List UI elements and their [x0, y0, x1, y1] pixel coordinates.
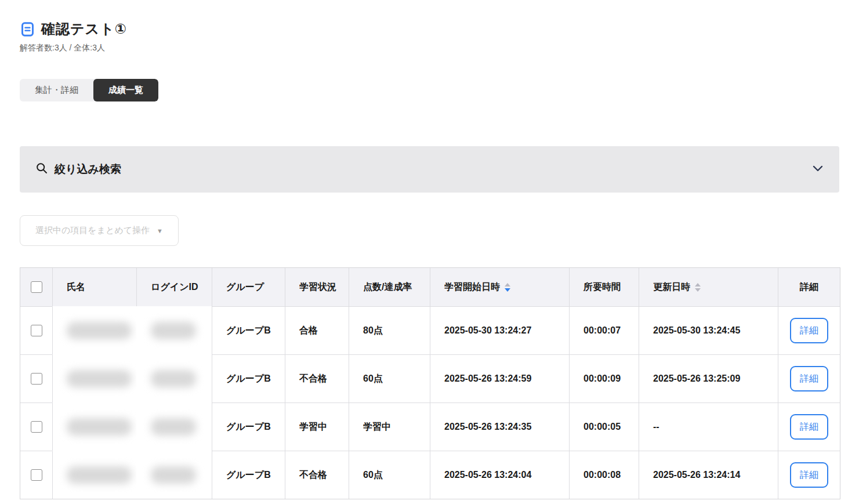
page-title: 確認テスト① — [41, 20, 127, 38]
table-row: グループB 学習中 学習中 2025-05-26 13:24:35 00:00:… — [20, 403, 840, 451]
row-select-cell — [20, 403, 52, 451]
status-cell: 学習中 — [285, 403, 349, 451]
login-id-cell-redacted — [136, 451, 212, 499]
redacted-id-blob — [151, 370, 196, 387]
row-select-cell — [20, 354, 52, 403]
redacted-name-blob — [67, 466, 132, 484]
column-login-id: ログインID — [136, 268, 212, 306]
status-cell: 不合格 — [285, 451, 349, 499]
header-row: 氏名 ログインID グループ 学習状況 点数/達成率 学習開始日時 所要時間 更… — [20, 268, 840, 306]
bulk-action-row: 選択中の項目をまとめて操作 ▼ — [20, 193, 839, 246]
detail-cell: 詳細 — [778, 403, 840, 451]
name-cell-redacted — [52, 403, 136, 451]
redacted-id-blob — [151, 418, 196, 436]
column-start-datetime[interactable]: 学習開始日時 — [430, 268, 569, 306]
detail-button[interactable]: 詳細 — [790, 366, 828, 391]
detail-button[interactable]: 詳細 — [790, 462, 828, 488]
name-cell-redacted — [52, 451, 136, 499]
group-cell: グループB — [212, 451, 285, 499]
duration-cell: 00:00:05 — [569, 403, 639, 451]
column-name: 氏名 — [52, 268, 136, 306]
redacted-name-blob — [67, 418, 132, 436]
detail-button[interactable]: 詳細 — [790, 318, 828, 343]
duration-cell: 00:00:08 — [569, 451, 639, 499]
table-header: 氏名 ログインID グループ 学習状況 点数/達成率 学習開始日時 所要時間 更… — [20, 268, 840, 306]
row-checkbox[interactable] — [31, 469, 42, 481]
status-cell: 合格 — [285, 306, 349, 354]
row-select-cell — [20, 451, 52, 499]
sort-icon-updated[interactable] — [695, 283, 701, 292]
start-datetime-cell: 2025-05-26 13:24:04 — [430, 451, 569, 499]
column-score: 点数/達成率 — [349, 268, 430, 306]
detail-cell: 詳細 — [778, 354, 840, 403]
table-row: グループB 合格 80点 2025-05-30 13:24:27 00:00:0… — [20, 306, 840, 354]
column-detail: 詳細 — [778, 268, 840, 306]
row-checkbox[interactable] — [31, 373, 42, 385]
updated-datetime-cell: 2025-05-26 13:25:09 — [639, 354, 778, 403]
column-duration: 所要時間 — [569, 268, 639, 306]
redacted-id-blob — [151, 322, 196, 339]
redacted-id-blob — [151, 466, 196, 484]
tab-aggregate-detail[interactable]: 集計・詳細 — [20, 79, 93, 101]
select-all-checkbox[interactable] — [31, 281, 42, 293]
detail-cell: 詳細 — [778, 451, 840, 499]
table-row: グループB 不合格 60点 2025-05-26 13:24:04 00:00:… — [20, 451, 840, 499]
start-datetime-cell: 2025-05-30 13:24:27 — [430, 306, 569, 354]
group-cell: グループB — [212, 306, 285, 354]
score-cell: 60点 — [349, 354, 430, 403]
column-updated-datetime[interactable]: 更新日時 — [639, 268, 778, 306]
document-icon — [20, 21, 35, 37]
group-cell: グループB — [212, 354, 285, 403]
detail-button[interactable]: 詳細 — [790, 414, 828, 440]
updated-datetime-cell: 2025-05-30 13:24:45 — [639, 306, 778, 354]
page-header: 確認テスト① — [20, 20, 839, 38]
score-cell: 60点 — [349, 451, 430, 499]
bulk-action-button[interactable]: 選択中の項目をまとめて操作 ▼ — [20, 215, 179, 246]
updated-datetime-cell: -- — [639, 403, 778, 451]
chevron-down-icon[interactable] — [813, 164, 823, 175]
duration-cell: 00:00:09 — [569, 354, 639, 403]
tab-grade-list[interactable]: 成績一覧 — [93, 79, 158, 101]
row-select-cell — [20, 306, 52, 354]
updated-datetime-cell: 2025-05-26 13:24:14 — [639, 451, 778, 499]
filter-search-label: 絞り込み検索 — [55, 162, 121, 177]
name-cell-redacted — [52, 354, 136, 403]
redacted-name-blob — [67, 370, 132, 387]
sort-icon-start-desc[interactable] — [505, 283, 510, 292]
row-checkbox[interactable] — [31, 325, 42, 336]
filter-search-accordion[interactable]: 絞り込み検索 — [20, 146, 839, 193]
tab-bar: 集計・詳細 成績一覧 — [20, 79, 158, 101]
detail-cell: 詳細 — [778, 306, 840, 354]
login-id-cell-redacted — [136, 403, 212, 451]
login-id-cell-redacted — [136, 354, 212, 403]
status-cell: 不合格 — [285, 354, 349, 403]
row-checkbox[interactable] — [31, 421, 42, 433]
start-datetime-cell: 2025-05-26 13:24:35 — [430, 403, 569, 451]
caret-down-icon: ▼ — [157, 227, 163, 234]
column-status: 学習状況 — [285, 268, 349, 306]
search-icon — [36, 162, 48, 176]
column-group: グループ — [212, 268, 285, 306]
duration-cell: 00:00:07 — [569, 306, 639, 354]
redacted-name-blob — [67, 322, 132, 339]
results-table: 氏名 ログインID グループ 学習状況 点数/達成率 学習開始日時 所要時間 更… — [20, 267, 840, 499]
bulk-action-label: 選択中の項目をまとめて操作 — [35, 225, 150, 236]
group-cell: グループB — [212, 403, 285, 451]
login-id-cell-redacted — [136, 306, 212, 354]
start-datetime-cell: 2025-05-26 13:24:59 — [430, 354, 569, 403]
table-row: グループB 不合格 60点 2025-05-26 13:24:59 00:00:… — [20, 354, 840, 403]
table-body: グループB 合格 80点 2025-05-30 13:24:27 00:00:0… — [20, 306, 840, 499]
select-all-cell — [20, 268, 52, 306]
score-cell: 80点 — [349, 306, 430, 354]
column-updated-datetime-label: 更新日時 — [653, 282, 690, 292]
name-cell-redacted — [52, 306, 136, 354]
respondent-summary: 解答者数:3人 / 全体:3人 — [20, 43, 839, 53]
score-cell: 学習中 — [349, 403, 430, 451]
column-start-datetime-label: 学習開始日時 — [444, 282, 500, 292]
page: 確認テスト① 解答者数:3人 / 全体:3人 集計・詳細 成績一覧 絞り込み検索… — [0, 20, 859, 499]
